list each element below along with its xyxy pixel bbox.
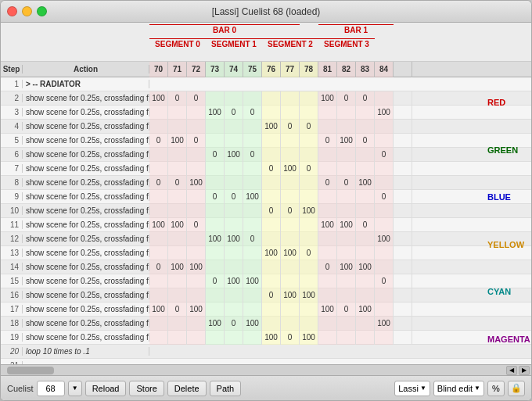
table-row[interactable]: 6show scene for 0.25s, crossfading for 0… [1,148,531,162]
cell-2 [187,148,206,162]
row-step: 16 [1,291,23,299]
cell-3 [206,218,225,232]
mode-select-wrapper[interactable]: Blind edit ▼ [433,381,484,396]
table-body[interactable]: 1> -- RADIATOR2show scene for 0.25s, cro… [1,77,531,364]
cell-2 [187,246,206,260]
minimize-button[interactable] [22,6,32,16]
percent-button[interactable]: % [487,381,505,396]
cell-4 [225,303,243,317]
cell-13 [394,162,412,176]
cell-8: 100 [300,331,318,345]
cell-7 [281,134,300,148]
table-row[interactable]: 3show scene for 0.25s, crossfading for 0… [1,106,531,120]
store-button[interactable]: Store [129,381,164,396]
close-button[interactable] [7,6,17,16]
toolbar: Cuelist ▼ Reload Store Delete Path Lassi… [1,375,531,400]
table-row[interactable]: 1> -- RADIATOR [1,77,531,91]
cell-1 [168,120,187,134]
row-cells: 00100 [149,204,531,218]
cell-8 [300,303,318,317]
cell-0 [149,148,168,162]
lock-button[interactable]: 🔒 [508,381,525,396]
cell-3 [206,303,225,317]
cell-5 [243,162,262,176]
table-row[interactable]: 21 [1,359,531,364]
cell-5 [243,218,262,232]
cell-11 [356,120,375,134]
table-row[interactable]: 16show scene for 0.25s, crossfading for … [1,288,531,303]
cell-12 [375,91,394,106]
table-row[interactable]: 18show scene for 0.25s, crossfading for … [1,317,531,331]
cell-9 [318,246,337,260]
cell-11 [356,148,375,162]
table-row[interactable]: 4show scene for 0.25s, crossfading for 0… [1,120,531,134]
table-row[interactable]: 19show scene for 0.25s, crossfading for … [1,331,531,345]
bar-labels: BAR 0 BAR 1 [149,24,516,34]
cell-13 [394,204,412,218]
table-row[interactable]: 15show scene for 0.25s, crossfading for … [1,274,531,288]
header-col-71: 71 [168,62,187,77]
cell-8: 100 [300,204,318,218]
reload-button[interactable]: Reload [85,381,127,396]
cell-2: 100 [187,303,206,317]
cell-1 [168,246,187,260]
cell-5 [243,260,262,274]
cell-10: 0 [337,176,356,190]
table-row[interactable]: 14show scene for 0.25s, crossfading for … [1,260,531,274]
row-cells: 10001001000100 [149,303,531,317]
table-row[interactable]: 9show scene for 0.25s, crossfading for 0… [1,190,531,204]
cell-1: 100 [168,218,187,232]
row-action: show scene for 0.25s, crossfading for 0.… [23,108,149,116]
cell-6 [262,134,281,148]
header-col-77: 77 [281,62,300,77]
row-step: 1 [1,80,23,88]
cell-5: 0 [243,106,262,120]
table-row[interactable]: 11show scene for 0.25s, crossfading for … [1,218,531,232]
table-row[interactable]: 2show scene for 0.25s, crossfading for 0… [1,91,531,106]
cell-0: 100 [149,218,168,232]
segment3-label: SEGMENT 3 [318,38,375,48]
cell-8 [300,176,318,190]
cell-12 [375,246,394,260]
header-col-74: 74 [225,62,243,77]
scroll-left-button[interactable]: ◀ [506,366,517,375]
cell-10: 0 [337,91,356,106]
cell-9 [318,204,337,218]
cell-3: 100 [206,106,225,120]
table-row[interactable]: 20loop 10 times to .1 [1,345,531,359]
cell-13 [394,303,412,317]
cell-4 [225,91,243,106]
cell-11: 100 [356,303,375,317]
table-row[interactable]: 5show scene for 0.25s, crossfading for 0… [1,134,531,148]
table-row[interactable]: 10show scene for 0.25s, crossfading for … [1,204,531,218]
cell-13 [394,246,412,260]
delete-button[interactable]: Delete [167,381,207,396]
table-row[interactable]: 13show scene for 0.25s, crossfading for … [1,246,531,260]
cell-12 [375,260,394,274]
cell-0 [149,246,168,260]
table-row[interactable]: 8show scene for 0.25s, crossfading for 0… [1,176,531,190]
table-row[interactable]: 7show scene for 0.25s, crossfading for 0… [1,162,531,176]
cell-2: 0 [187,218,206,232]
cell-2 [187,288,206,303]
hscroll-thumb[interactable] [7,367,54,374]
cell-8: 0 [300,162,318,176]
hscroll-arrows: ◀ ▶ [506,366,530,375]
scroll-right-button[interactable]: ▶ [519,366,530,375]
cell-9 [318,106,337,120]
cell-11 [356,162,375,176]
cell-2 [187,232,206,246]
path-button[interactable]: Path [210,381,242,396]
table-row[interactable]: 17show scene for 0.25s, crossfading for … [1,303,531,317]
cell-6 [262,176,281,190]
cell-4: 100 [225,232,243,246]
cell-8: 0 [300,120,318,134]
header-nums: 70717273747576777881828384 [149,62,531,77]
row-cells: 1000100100 [149,317,531,331]
table-row[interactable]: 12show scene for 0.25s, crossfading for … [1,232,531,246]
hscroll-bar[interactable]: ◀ ▶ [1,364,531,375]
cuelist-input[interactable] [37,381,65,396]
cell-4 [225,331,243,345]
cell-12 [375,176,394,190]
maximize-button[interactable] [37,6,47,16]
